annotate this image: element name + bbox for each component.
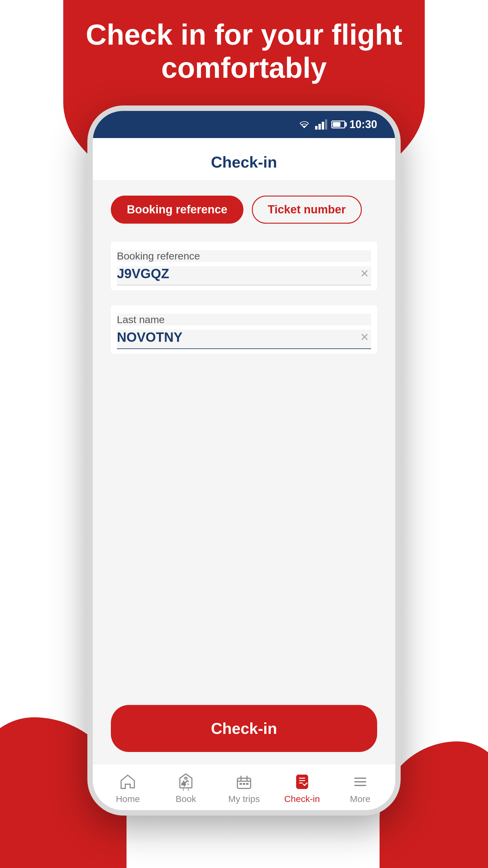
tab-booking-reference[interactable]: Booking reference [111, 195, 243, 224]
status-bar: 10:30 [93, 111, 395, 138]
booking-reference-value[interactable]: J9VGQZ [117, 266, 358, 281]
signal-icon [315, 119, 327, 130]
nav-item-mytrips[interactable]: My trips [223, 773, 265, 804]
last-name-wrapper: NOVOTNY ✕ [117, 330, 371, 349]
svg-point-4 [185, 777, 187, 779]
checkin-button[interactable]: Check-in [111, 705, 377, 752]
booking-reference-field: Booking reference J9VGQZ ✕ [111, 242, 377, 290]
svg-rect-3 [325, 119, 327, 130]
hero-title-line2: comfortably [161, 52, 327, 84]
tab-selector: Booking reference Ticket number [111, 195, 377, 224]
hero-text: Check in for your flight comfortably [0, 18, 488, 85]
svg-rect-1 [318, 124, 321, 130]
nav-label-checkin: Check-in [284, 794, 320, 804]
checkin-nav-icon [293, 773, 311, 791]
app-title: Check-in [211, 153, 277, 171]
last-name-clear-icon[interactable]: ✕ [358, 331, 371, 344]
nav-label-mytrips: My trips [228, 794, 260, 804]
svg-rect-2 [322, 122, 324, 130]
wifi-icon [298, 119, 311, 130]
nav-label-book: Book [175, 794, 196, 804]
mytrips-icon [235, 773, 253, 791]
phone-wrapper: 10:30 Check-in Booking reference Ticket … [87, 105, 401, 815]
last-name-value[interactable]: NOVOTNY [117, 330, 358, 345]
tab-ticket-number[interactable]: Ticket number [252, 195, 362, 224]
phone-inner: 10:30 Check-in Booking reference Ticket … [93, 111, 395, 810]
nav-label-more: More [350, 794, 370, 804]
nav-item-checkin[interactable]: Check-in [281, 773, 323, 804]
phone: 10:30 Check-in Booking reference Ticket … [87, 105, 401, 815]
booking-reference-clear-icon[interactable]: ✕ [358, 267, 371, 280]
app-content: Booking reference Ticket number Booking … [93, 181, 395, 693]
nav-label-home: Home [116, 794, 140, 804]
svg-rect-9 [297, 775, 307, 788]
bottom-nav: Home Book [93, 764, 395, 810]
nav-item-home[interactable]: Home [107, 773, 149, 804]
svg-rect-7 [243, 783, 245, 785]
nav-item-book[interactable]: Book [165, 773, 207, 804]
status-time: 10:30 [350, 118, 377, 131]
checkin-button-wrapper: Check-in [93, 693, 395, 764]
nav-item-more[interactable]: More [339, 773, 381, 804]
battery-icon [331, 121, 345, 128]
book-icon [177, 773, 195, 791]
app-header: Check-in [93, 138, 395, 181]
booking-reference-wrapper: J9VGQZ ✕ [117, 266, 371, 285]
svg-rect-0 [315, 126, 318, 130]
svg-rect-8 [246, 783, 249, 785]
status-icons: 10:30 [298, 118, 377, 131]
svg-rect-6 [239, 783, 242, 785]
booking-reference-label: Booking reference [117, 250, 371, 262]
last-name-field: Last name NOVOTNY ✕ [111, 305, 377, 354]
home-icon [119, 773, 137, 791]
last-name-label: Last name [117, 314, 371, 326]
hero-title-line1: Check in for your flight [86, 19, 402, 51]
more-icon [351, 773, 369, 791]
